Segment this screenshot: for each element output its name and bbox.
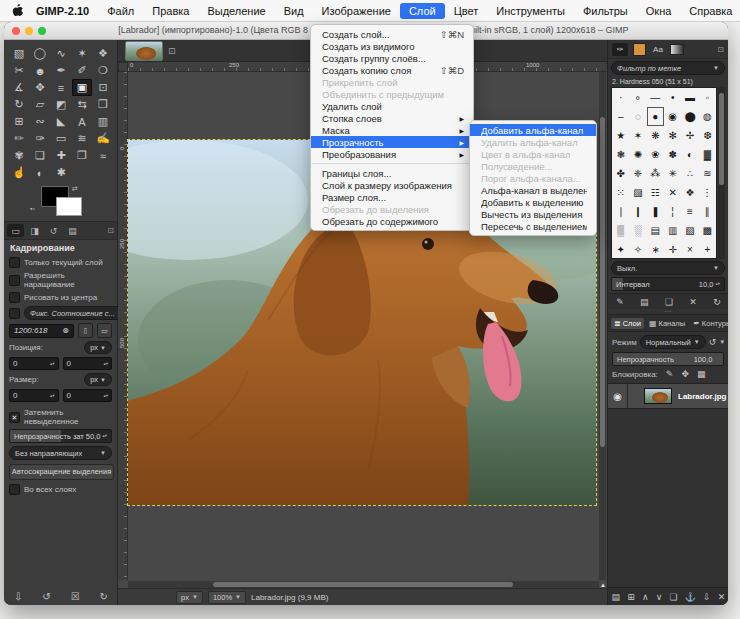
brush-item[interactable]: ▥ — [664, 221, 681, 240]
pencil-tool[interactable]: ✏ — [9, 130, 29, 147]
mode-reset-icon[interactable]: ↺ — [709, 337, 717, 347]
rotate-tool[interactable]: ↻ — [9, 96, 29, 113]
brush-item[interactable]: ❋ — [647, 126, 664, 145]
brush-item[interactable]: ◍ — [699, 107, 716, 126]
select-by-color-tool[interactable]: ❖ — [93, 45, 113, 62]
brush-item[interactable]: ▩ — [699, 221, 716, 240]
brush-item[interactable]: ❚ — [647, 202, 664, 221]
menu-item[interactable]: Маска▶ — [311, 124, 473, 136]
checkbox-checked-icon[interactable]: ✕ — [9, 412, 20, 423]
brush-item[interactable]: ⁂ — [647, 164, 664, 183]
new-brush-button[interactable]: ▤ — [640, 297, 649, 307]
brush-scrollbar-thumb[interactable] — [719, 93, 724, 185]
menubar-item-инструменты[interactable]: Инструменты — [487, 3, 574, 19]
delete-brush-button[interactable]: ✕ — [689, 297, 697, 307]
menu-item[interactable]: Создать группу слоёв... — [311, 52, 473, 64]
vertical-ruler[interactable]: 0250500 — [118, 72, 128, 580]
anchor-layer-button[interactable]: ⚓ — [685, 592, 696, 602]
spin-arrows-icon[interactable]: ▴▾ — [103, 362, 108, 365]
brush-item[interactable]: ❆ — [699, 126, 716, 145]
menubar-item-правка[interactable]: Правка — [143, 3, 198, 19]
gegl-operation-tool[interactable]: ✱ — [51, 164, 71, 181]
menubar-item-вид[interactable]: Вид — [275, 3, 313, 19]
cage-transform-tool[interactable]: ⊞ — [9, 113, 29, 130]
current-layer-option[interactable]: Только текущий слой — [9, 257, 112, 268]
guides-dropdown[interactable]: Без направляющих ▼ — [9, 446, 112, 460]
menu-item[interactable]: Стопка слоев▶ — [311, 112, 473, 124]
menu-item[interactable]: Удалить слой — [311, 100, 473, 112]
brush-item[interactable]: • — [664, 88, 681, 107]
paths-tool[interactable]: ✒ — [51, 62, 71, 79]
brush-item[interactable]: ∘ — [629, 88, 646, 107]
menu-item[interactable]: Вычесть из выделения — [470, 208, 596, 220]
tab-menu-icon[interactable]: ⊡ — [168, 46, 176, 56]
brush-item[interactable]: ▨ — [629, 183, 646, 202]
dock-menu-icon[interactable]: ⊡ — [107, 226, 114, 235]
spin-arrows-icon[interactable]: ▴▾ — [50, 362, 55, 365]
brush-item[interactable]: — — [647, 88, 664, 107]
menubar-item-цвет[interactable]: Цвет — [445, 3, 488, 19]
brush-filter-dropdown[interactable]: Фильтр по метке ▼ — [611, 61, 725, 75]
flip-tool[interactable]: ⇆ — [72, 96, 92, 113]
smudge-tool[interactable]: ☝ — [9, 164, 29, 181]
handle-transform-tool[interactable]: ❒ — [93, 96, 113, 113]
brush-item[interactable]: ≡ — [681, 202, 698, 221]
all-layers-option[interactable]: Во всех слоях — [9, 484, 112, 495]
size-w-spinner[interactable]: 0 ▴▾ — [9, 389, 59, 402]
brush-item[interactable]: ▤ — [647, 221, 664, 240]
layer-row-labrador[interactable]: ◉ Labrador.jpg — [608, 383, 728, 409]
brush-item[interactable]: ✳ — [664, 164, 681, 183]
layer-thumbnail[interactable] — [644, 388, 672, 404]
checkbox-icon[interactable] — [9, 275, 20, 286]
brush-item[interactable]: ✶ — [629, 126, 646, 145]
dock-menu-icon[interactable]: ⊡ — [717, 45, 724, 54]
swap-colors-icon[interactable]: ⇄ — [72, 185, 78, 193]
menubar-item-файл[interactable]: Файл — [98, 3, 143, 19]
brush-off-dropdown[interactable]: Выкл. ▼ — [611, 261, 725, 275]
size-h-spinner[interactable]: 0 ▴▾ — [63, 389, 113, 402]
brush-item[interactable]: ✕ — [664, 183, 681, 202]
unit-dropdown[interactable]: px ▼ — [176, 591, 203, 604]
raise-layer-button[interactable]: ∧ — [642, 592, 649, 602]
position-x-spinner[interactable]: 0 ▴▾ — [9, 357, 59, 370]
dodge-burn-tool[interactable]: ◐ — [30, 164, 50, 181]
menu-item[interactable]: Слой к размеру изображения — [311, 179, 473, 191]
brush-item[interactable]: ✦ — [612, 240, 629, 259]
menubar-item-gimp-2.10[interactable]: GIMP-2.10 — [27, 3, 98, 19]
menubar-item-окна[interactable]: Окна — [637, 3, 681, 19]
brush-item[interactable]: × — [681, 240, 698, 259]
lower-layer-button[interactable]: ∨ — [656, 592, 663, 602]
tab-слои[interactable]: ≣Слои — [611, 318, 644, 329]
brush-item[interactable]: ☷ — [647, 183, 664, 202]
brush-item[interactable]: ∴ — [681, 164, 698, 183]
highlight-opacity-slider[interactable]: Непрозрачность зате... 50,0 ▴▾ — [9, 429, 112, 443]
blur-sharpen-tool[interactable]: ≈ — [93, 147, 113, 164]
brush-item[interactable]: ❀ — [647, 145, 664, 164]
menu-item[interactable]: Пересечь с выделением — [470, 220, 596, 232]
spin-arrows-icon[interactable]: ▴▾ — [103, 394, 108, 397]
brush-item[interactable]: ◦ — [699, 88, 716, 107]
menubar-item-выделение[interactable]: Выделение — [198, 3, 274, 19]
brush-item[interactable]: ▧ — [681, 221, 698, 240]
menu-item[interactable]: Добавить к выделению — [470, 196, 596, 208]
chevron-down-icon[interactable]: ▼ — [719, 339, 725, 345]
tab-patterns[interactable] — [631, 43, 647, 56]
ink-tool[interactable]: ✍ — [93, 130, 113, 147]
checkbox-icon[interactable] — [9, 257, 20, 268]
reset-options-button[interactable]: ↻ — [100, 591, 108, 602]
brush-item[interactable]: ✺ — [629, 145, 646, 164]
brush-item[interactable]: ❃ — [612, 145, 629, 164]
menu-item[interactable]: Преобразования▶ — [311, 148, 473, 160]
brush-item[interactable]: ◉ — [664, 107, 681, 126]
background-color-swatch[interactable] — [56, 197, 82, 216]
brush-item[interactable]: ◐ — [681, 145, 698, 164]
horizontal-scrollbar-thumb[interactable] — [213, 582, 513, 587]
clear-icon[interactable]: ⊗ — [62, 326, 69, 335]
eraser-tool[interactable]: ▭ — [51, 130, 71, 147]
ruler-corner[interactable] — [118, 62, 128, 72]
merge-layer-button[interactable]: ⇩ — [703, 592, 711, 602]
perspective-tool[interactable]: ◩ — [51, 96, 71, 113]
brush-item[interactable]: ✛ — [664, 240, 681, 259]
apple-menu-icon[interactable] — [12, 4, 23, 17]
brush-item[interactable]: ❖ — [681, 183, 698, 202]
